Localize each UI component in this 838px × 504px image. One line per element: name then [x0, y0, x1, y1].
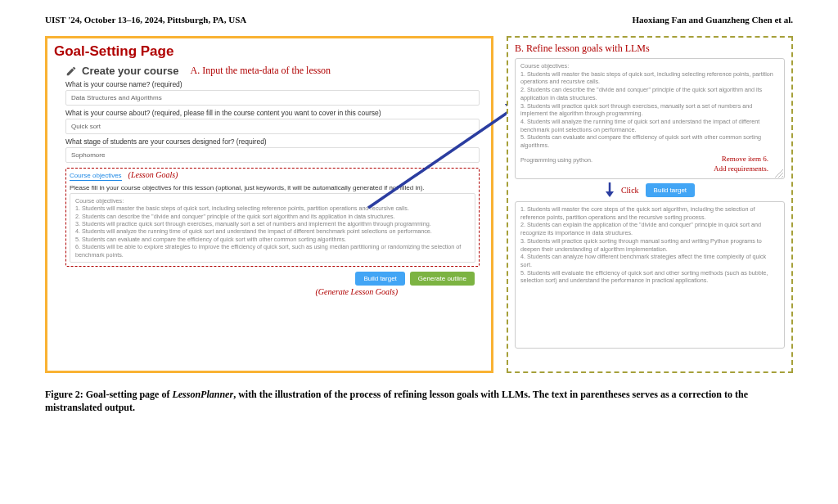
objective-line: 4. Students can analyze how different be… — [520, 253, 779, 268]
objective-line: 4. Students will analyze the running tim… — [520, 118, 779, 133]
add-requirements-annotation: Add requirements. — [714, 164, 768, 173]
objective-line: 6. Students will be able to explore stra… — [75, 243, 470, 259]
build-target-button-2[interactable]: Build target — [646, 183, 695, 197]
panel-a-goal-setting: Goal-Setting Page Create your course A. … — [45, 36, 493, 373]
objectives-header-b: Course objectives: — [520, 62, 779, 70]
course-objectives-tab[interactable]: Course objectives — [70, 172, 122, 181]
click-annotation: Click — [621, 186, 639, 195]
remove-item-annotation: Remove item 6. — [722, 155, 768, 163]
section-a-annotation: A. Input the meta-data of the lesson — [191, 65, 331, 77]
course-form: What is your course name? (required) Wha… — [65, 80, 480, 296]
course-name-label: What is your course name? (required) — [65, 80, 480, 88]
objectives-textarea[interactable]: Course objectives: 1. Students will mast… — [70, 193, 475, 263]
course-name-input[interactable] — [65, 90, 480, 106]
objective-line: 1. Students will master the basic steps … — [520, 70, 779, 86]
generate-outline-button[interactable]: Generate outline — [410, 272, 475, 286]
objective-line: 1. Students will master the basic steps … — [75, 205, 470, 212]
authors-text: Haoxiang Fan and Guanzheng Chen et al. — [632, 15, 793, 25]
objective-line: 5. Students can evaluate and compare the… — [75, 236, 470, 243]
pencil-icon — [65, 65, 77, 77]
objective-line: 3. Students will practice quick sorting … — [520, 237, 779, 253]
resize-handle-icon[interactable] — [775, 169, 783, 178]
student-stage-label: What stage of students are your courses … — [65, 137, 480, 146]
figure-2: Goal-Setting Page Create your course A. … — [45, 36, 793, 380]
generate-goals-annotation: (Generate Lesson Goals) — [65, 287, 398, 296]
objective-line: 2. Students can describe the "divide and… — [75, 213, 470, 220]
create-course-label: Create your course — [82, 65, 179, 77]
objective-line: 4. Students will analyze the running tim… — [75, 227, 470, 235]
refined-objectives-box-2[interactable]: 1. Students will master the core steps o… — [515, 201, 785, 349]
caption-prefix: Figure 2: Goal-setting page of — [45, 389, 172, 400]
objective-line: 3. Students will practice quick sort thr… — [75, 220, 470, 227]
build-target-button[interactable]: Build target — [355, 272, 404, 286]
down-arrow-icon — [605, 182, 615, 198]
objective-line: 5. Students will evaluate the efficiency… — [520, 269, 779, 285]
figure-caption: Figure 2: Goal-setting page of LessonPla… — [45, 388, 793, 414]
panel-b-refine: B. Refine lesson goals with LLMs Course … — [507, 36, 793, 373]
objective-line: 5. Students can evaluate and compare the… — [520, 133, 779, 149]
course-about-input[interactable] — [65, 119, 480, 134]
course-about-label: What is your course about? (required, pl… — [65, 109, 480, 117]
lesson-goals-box: Course objectives (Lesson Goals) Please … — [65, 168, 480, 267]
app-name: LessonPlanner — [172, 389, 233, 400]
objective-line: 1. Students will master the core steps o… — [520, 205, 779, 221]
objective-line: 3. Students will practice quick sort thr… — [520, 102, 779, 118]
section-b-title: B. Refine lesson goals with LLMs — [515, 43, 785, 55]
page-title: Goal-Setting Page — [54, 43, 484, 60]
student-stage-input[interactable] — [65, 147, 480, 163]
objectives-prompt: Please fill in your course objectives fo… — [70, 184, 475, 191]
paper-header: UIST '24, October 13–16, 2024, Pittsburg… — [0, 0, 838, 25]
objectives-header: Course objectives: — [75, 197, 470, 205]
lesson-goals-annotation: (Lesson Goals) — [128, 170, 178, 179]
venue-text: UIST '24, October 13–16, 2024, Pittsburg… — [45, 15, 246, 25]
objective-line: 2. Students can explain the application … — [520, 221, 779, 236]
objective-line: 2. Students can describe the "divide and… — [520, 86, 779, 101]
